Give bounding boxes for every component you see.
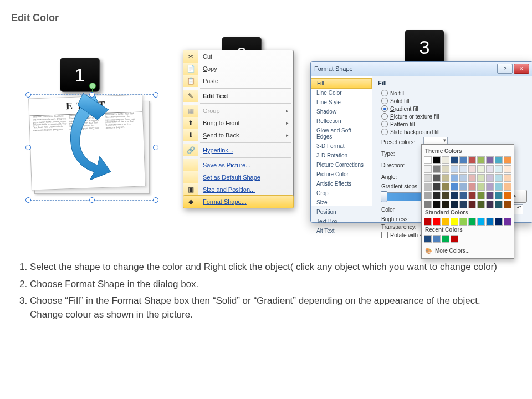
color-swatch[interactable] <box>459 183 467 191</box>
color-swatch[interactable] <box>442 192 449 200</box>
color-swatch[interactable] <box>477 192 485 200</box>
color-swatch[interactable] <box>433 156 441 164</box>
color-swatch[interactable] <box>477 174 485 182</box>
color-swatch[interactable] <box>442 174 449 182</box>
category-item[interactable]: Crop <box>311 188 372 198</box>
color-swatch[interactable] <box>477 201 485 208</box>
color-swatch[interactable] <box>486 192 494 200</box>
color-swatch[interactable] <box>451 183 458 191</box>
context-menu-item[interactable]: ✂Cut <box>183 50 293 63</box>
color-swatch[interactable] <box>433 174 441 182</box>
color-swatch[interactable] <box>504 218 511 226</box>
color-swatch[interactable] <box>442 235 449 243</box>
category-item[interactable]: 3-D Format <box>311 141 372 151</box>
category-item[interactable]: Line Color <box>311 88 372 98</box>
context-menu-item[interactable]: Save as Picture... <box>183 159 293 171</box>
color-swatch[interactable] <box>486 165 494 173</box>
category-item[interactable]: Reflection <box>311 116 372 126</box>
category-item[interactable]: Size <box>311 198 372 207</box>
color-swatch[interactable] <box>468 156 476 164</box>
rotate-handle[interactable] <box>89 83 96 89</box>
fill-radio-row[interactable]: Picture or texture fill <box>381 113 527 120</box>
color-swatch[interactable] <box>468 201 476 208</box>
fill-radio-row[interactable]: Gradient fill <box>381 105 527 112</box>
category-item[interactable]: Artistic Effects <box>311 179 372 188</box>
color-swatch[interactable] <box>433 218 441 226</box>
context-menu-item[interactable]: 📄Copy <box>183 63 293 75</box>
resize-handle[interactable] <box>153 145 158 150</box>
color-swatch[interactable] <box>459 192 467 200</box>
color-swatch[interactable] <box>486 183 494 191</box>
color-swatch[interactable] <box>424 235 432 243</box>
color-swatch[interactable] <box>486 218 494 226</box>
resize-handle[interactable] <box>25 92 31 98</box>
color-swatch[interactable] <box>442 201 449 208</box>
help-button[interactable]: ? <box>497 64 513 74</box>
resize-handle[interactable] <box>89 92 95 98</box>
color-swatch[interactable] <box>468 218 476 226</box>
color-swatch[interactable] <box>433 183 441 191</box>
resize-handle[interactable] <box>25 145 31 150</box>
context-menu-item[interactable]: Set as Default Shape <box>183 171 293 183</box>
color-swatch[interactable] <box>442 218 449 226</box>
color-swatch[interactable] <box>504 183 511 191</box>
resize-handle[interactable] <box>25 197 31 203</box>
color-swatch[interactable] <box>424 201 432 208</box>
color-swatch[interactable] <box>451 201 458 208</box>
color-swatch[interactable] <box>459 174 467 182</box>
color-swatch[interactable] <box>495 156 503 164</box>
color-swatch[interactable] <box>504 156 511 164</box>
resize-handle[interactable] <box>89 197 95 203</box>
color-swatch[interactable] <box>451 218 458 226</box>
color-swatch[interactable] <box>495 192 503 200</box>
category-item[interactable]: Shadow <box>311 107 372 116</box>
fill-radio-row[interactable]: Solid fill <box>381 98 527 104</box>
context-menu-item[interactable]: ⬆Bring to Front▸ <box>183 117 293 129</box>
context-menu-item[interactable]: ▣Size and Position... <box>183 183 293 196</box>
context-menu-item[interactable]: 🔗Hyperlink... <box>183 144 293 156</box>
context-menu-item[interactable]: ✎Edit Text <box>183 90 293 102</box>
color-swatch[interactable] <box>486 201 494 208</box>
color-swatch[interactable] <box>504 174 511 182</box>
color-swatch[interactable] <box>451 156 458 164</box>
color-swatch[interactable] <box>424 174 432 182</box>
category-item[interactable]: Alt Text <box>311 226 372 236</box>
color-swatch[interactable] <box>495 201 503 208</box>
color-swatch[interactable] <box>477 183 485 191</box>
color-swatch[interactable] <box>477 218 485 226</box>
category-item[interactable]: Fill <box>311 78 372 89</box>
color-swatch[interactable] <box>424 165 432 173</box>
color-swatch[interactable] <box>486 156 494 164</box>
color-swatch[interactable] <box>433 235 441 243</box>
color-swatch[interactable] <box>468 183 476 191</box>
rotate-checkbox[interactable] <box>381 232 388 238</box>
category-item[interactable]: Position <box>311 207 372 217</box>
color-swatch[interactable] <box>451 165 458 173</box>
color-swatch[interactable] <box>424 192 432 200</box>
color-swatch[interactable] <box>459 156 467 164</box>
resize-handle[interactable] <box>153 92 158 98</box>
resize-handle[interactable] <box>153 197 158 203</box>
color-swatch[interactable] <box>504 165 511 173</box>
color-swatch[interactable] <box>495 183 503 191</box>
color-swatch[interactable] <box>459 218 467 226</box>
fill-radio-row[interactable]: Pattern fill <box>381 121 527 127</box>
category-item[interactable]: Picture Color <box>311 170 372 179</box>
color-swatch[interactable] <box>495 174 503 182</box>
context-menu-item[interactable]: ⬇Send to Back▸ <box>183 129 293 141</box>
color-swatch[interactable] <box>442 183 449 191</box>
color-swatch[interactable] <box>495 165 503 173</box>
window-close-button[interactable]: ✕ <box>514 64 529 74</box>
fill-radio-row[interactable]: No fill <box>381 90 527 96</box>
color-swatch[interactable] <box>424 183 432 191</box>
color-swatch[interactable] <box>451 192 458 200</box>
color-swatch[interactable] <box>495 218 503 226</box>
color-swatch[interactable] <box>442 165 449 173</box>
color-swatch[interactable] <box>433 165 441 173</box>
color-swatch[interactable] <box>424 218 432 226</box>
gradient-stop[interactable] <box>381 191 387 202</box>
color-swatch[interactable] <box>459 165 467 173</box>
color-swatch[interactable] <box>442 156 449 164</box>
color-swatch[interactable] <box>459 201 467 208</box>
category-item[interactable]: Glow and Soft Edges <box>311 126 372 141</box>
